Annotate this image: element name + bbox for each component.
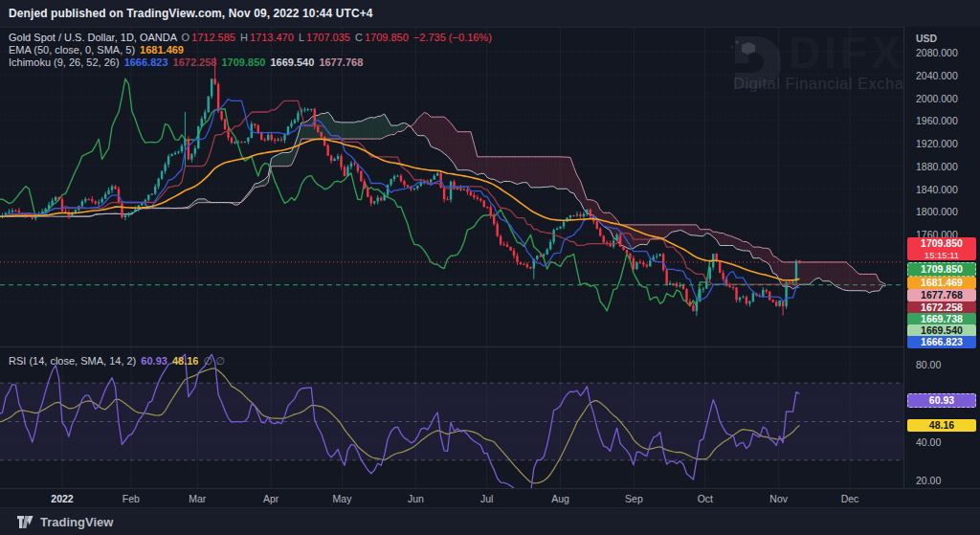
month-label: Dec: [841, 493, 859, 504]
month-label: Apr: [263, 493, 278, 504]
tradingview-logo-text: TradingView: [40, 515, 113, 529]
price-tick: 1960.000: [916, 115, 958, 126]
price-badge: 1709.850: [907, 262, 976, 277]
price-badge: 1681.469: [907, 277, 976, 289]
ohlc-letter: L: [299, 32, 304, 43]
ohlc-value: 1707.035: [306, 32, 353, 43]
month-label: Feb: [122, 493, 140, 504]
rsi-empty-values: ∅ ∅: [204, 355, 225, 367]
ichimoku-legend[interactable]: Ichimoku (9, 26, 52, 26) 1666.823 1672.2…: [9, 56, 365, 68]
tradingview-chart-window: Denjed published on TradingView.com, Nov…: [0, 0, 980, 535]
symbol-title: Gold Spot / U.S. Dollar, 1D, OANDA: [9, 32, 180, 43]
attribution-text: Denjed published on TradingView.com, Nov…: [0, 7, 373, 20]
attribution-bar: Denjed published on TradingView.com, Nov…: [0, 0, 980, 28]
ohlc-value: 1712.585: [191, 32, 238, 43]
ichimoku-value: 1666.823: [124, 56, 171, 68]
ichimoku-value: 1672.258: [173, 56, 220, 68]
price-tick: 2040.000: [916, 70, 958, 81]
tradingview-logo[interactable]: TradingView: [17, 515, 113, 529]
ohlc-letter: C: [355, 32, 363, 43]
month-label: Jul: [480, 493, 493, 504]
month-label: Sep: [625, 493, 643, 504]
countdown-timer: 15:15:11: [907, 250, 976, 260]
rsi-legend[interactable]: RSI (14, close, SMA, 14, 2) 60.93 48.16 …: [9, 355, 227, 368]
rsi-tick: 20.00: [916, 475, 941, 486]
price-chart-canvas[interactable]: [0, 27, 903, 346]
ichimoku-value: 1677.768: [319, 56, 363, 68]
price-tick: 1840.000: [916, 184, 958, 195]
price-tick: 2080.000: [916, 47, 958, 58]
symbol-legend[interactable]: Gold Spot / U.S. Dollar, 1D, OANDA O1712…: [9, 32, 494, 43]
rsi-chart-canvas[interactable]: [0, 347, 903, 488]
rsi-tick: 80.00: [916, 359, 941, 370]
price-badge: 60.93: [907, 393, 976, 408]
month-label: Aug: [551, 493, 569, 504]
ema-value: 1681.469: [140, 44, 184, 56]
price-axis-currency: USD: [916, 33, 937, 44]
ema-legend[interactable]: EMA (50, close, 0, SMA, 5) 1681.469: [9, 44, 186, 56]
main-chart-pane[interactable]: [0, 27, 903, 346]
change-value: −2.735 (−0.16%): [413, 32, 492, 43]
price-tick: 2000.000: [916, 93, 958, 104]
price-tick: 1920.000: [916, 138, 958, 149]
rsi-value: 60.93: [141, 355, 170, 367]
rsi-value: 48.16: [172, 355, 202, 367]
ohlc-value: 1713.470: [250, 32, 297, 43]
month-label: Oct: [698, 493, 713, 504]
month-label: May: [333, 493, 352, 504]
ichimoku-value: 1669.540: [270, 56, 317, 68]
ichimoku-value: 1709.850: [222, 56, 269, 68]
month-label: 2022: [51, 493, 73, 504]
month-label: Jun: [408, 493, 424, 504]
tradingview-logo-icon: [17, 516, 33, 528]
price-badge: 1677.768: [907, 289, 976, 301]
ohlc-letter: H: [240, 32, 248, 43]
price-badge: 1709.85015:15:11: [907, 237, 976, 260]
rsi-pane[interactable]: [0, 346, 903, 489]
rsi-tick: 40.00: [916, 436, 941, 448]
price-badge: 48.16: [907, 419, 976, 432]
month-label: Mar: [189, 493, 206, 504]
price-axis[interactable]: USD 2080.0002040.0002000.0001960.0001920…: [903, 27, 980, 488]
price-tick: 1880.000: [916, 161, 958, 172]
price-badge: 1666.823: [907, 336, 976, 348]
time-axis[interactable]: 2022FebMarAprMayJunJulAugSepOctNovDec: [0, 488, 980, 508]
ema-label: EMA (50, close, 0, SMA, 5): [9, 44, 138, 56]
ohlc-value: 1709.850: [365, 32, 412, 43]
ichimoku-label: Ichimoku (9, 26, 52, 26): [9, 56, 122, 68]
ohlc-letter: O: [182, 32, 190, 43]
rsi-label: RSI (14, close, SMA, 14, 2): [9, 355, 139, 367]
footer-bar: TradingView: [0, 507, 980, 535]
price-tick: 1800.000: [916, 206, 958, 217]
month-label: Nov: [769, 493, 788, 504]
